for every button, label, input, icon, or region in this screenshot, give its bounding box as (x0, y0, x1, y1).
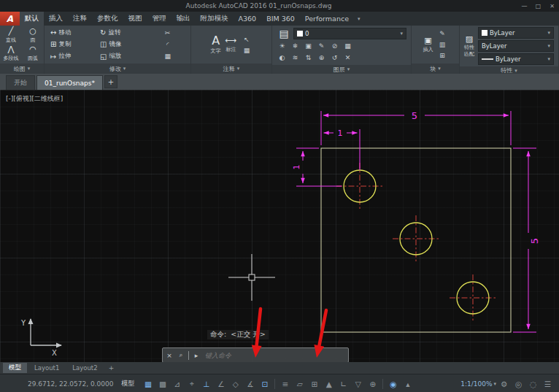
polyline-button[interactable]: ⋀ 多段线 (1, 45, 21, 62)
lineweight-dropdown[interactable]: ByLayer ▾ (478, 40, 554, 52)
3d-object-snap-toggle[interactable]: ▲ (322, 377, 336, 391)
layer-match-icon[interactable]: ▦ (342, 41, 353, 51)
layout-tab-layout1[interactable]: Layout1 (28, 363, 65, 373)
new-layout-button[interactable]: + (105, 364, 118, 372)
tab-default[interactable]: 默认 (20, 12, 44, 26)
object-color-dropdown[interactable]: ByLayer ▾ (478, 27, 554, 39)
fillet-button[interactable]: ◜ (150, 39, 185, 50)
command-input[interactable] (204, 351, 346, 360)
insert-block-button[interactable]: ▣ 插入 (423, 36, 433, 53)
layer-off-icon[interactable]: ⊘ (329, 41, 340, 51)
tab-insert[interactable]: 插入 (44, 12, 68, 26)
model-space-canvas[interactable]: [-][俯视][二维线框] (0, 90, 559, 362)
file-tab-start[interactable]: 开始 (6, 75, 35, 90)
annotation-visibility-toggle[interactable]: ◉ (386, 377, 400, 391)
tab-output[interactable]: 输出 (171, 12, 196, 26)
layer-properties-icon[interactable]: ▤ (277, 28, 291, 39)
layout-tab-layout2[interactable]: Layout2 (66, 363, 103, 373)
object-snap-tracking-toggle[interactable]: ∡ (243, 377, 257, 391)
layout-tab-model[interactable]: 模型 (3, 363, 27, 373)
layer-walk-icon[interactable]: ≋ (290, 53, 301, 63)
layer-dropdown[interactable]: 0 ▾ (293, 28, 406, 39)
layer-swap-icon[interactable]: ⇅ (303, 53, 314, 63)
tab-manage[interactable]: 管理 (147, 12, 171, 26)
table-button[interactable]: ▦ (241, 45, 252, 55)
dimension-left-offset[interactable]: 1 (292, 148, 342, 186)
dimension-top-width[interactable]: 5 (321, 110, 511, 145)
layer-edit-icon[interactable]: ✎ (316, 41, 327, 51)
trim-button[interactable]: ✂ (150, 28, 185, 38)
array-button[interactable]: ▦ (150, 51, 185, 61)
text-button[interactable]: A 文字 (211, 34, 221, 55)
customization-menu-button[interactable]: ☰ (541, 377, 555, 391)
dynamic-input-toggle[interactable]: ⌖ (185, 377, 198, 391)
tab-parametric[interactable]: 参数化 (92, 12, 123, 26)
maximize-button[interactable]: □ (531, 1, 545, 12)
panel-label-layers[interactable]: 图层 ▾ (272, 65, 411, 74)
tab-performance[interactable]: Performance (300, 12, 354, 26)
copy-button[interactable]: ⊞ 复制 (50, 40, 94, 49)
arc-button[interactable]: ◠ 圆弧 (23, 45, 43, 62)
command-close-icon[interactable]: × (165, 352, 174, 359)
panel-label-annotation[interactable]: 注释 ▾ (191, 64, 271, 74)
infer-constraints-toggle[interactable]: ⊿ (170, 377, 184, 391)
layer-isolate-icon[interactable]: ◐ (277, 53, 288, 63)
tab-bim360[interactable]: BIM 360 (261, 12, 300, 26)
command-line-bar[interactable]: × ⌕ ▸ (162, 347, 349, 362)
lineweight-toggle[interactable]: ≡ (278, 377, 292, 391)
circle-button[interactable]: ○ 圆 (23, 27, 43, 44)
ortho-toggle[interactable]: ⊥ (199, 377, 213, 391)
isolate-objects-button[interactable]: ◌ (526, 377, 540, 391)
stretch-button[interactable]: ↦ 拉伸 (50, 52, 94, 61)
annotation-scale-control[interactable]: 1:1/100% ▾ (460, 380, 496, 388)
create-block-icon[interactable]: ✎ (437, 28, 448, 39)
layer-restore-icon[interactable]: ↺ (329, 53, 340, 63)
dynamic-ucs-toggle[interactable]: ∟ (336, 377, 350, 391)
match-properties-button[interactable]: ▨ 特性 匹配 (464, 35, 474, 57)
ucs-icon[interactable]: Y X (20, 319, 61, 357)
annotation-monitor-toggle[interactable]: ◎ (512, 377, 525, 391)
dimension-right-height[interactable]: 5 (513, 148, 540, 332)
close-button[interactable]: ✕ (545, 1, 559, 12)
layer-freeze-icon[interactable]: ❄ (290, 41, 301, 51)
polar-tracking-toggle[interactable]: ∠ (214, 377, 228, 391)
transparency-toggle[interactable]: ▱ (293, 377, 307, 391)
block-attributes-icon[interactable]: ⊞ (437, 50, 448, 61)
scale-button[interactable]: ◱ 缩放 (100, 52, 144, 61)
panel-label-block[interactable]: 块 ▾ (412, 64, 459, 74)
model-space-indicator[interactable]: 模型 (121, 379, 134, 388)
ribbon-options-icon[interactable]: ▾ (354, 12, 364, 26)
layer-merge-icon[interactable]: ⊕ (316, 53, 327, 63)
tab-a360[interactable]: A360 (234, 12, 262, 26)
grid-toggle[interactable]: ▦ (141, 377, 155, 391)
snap-toggle[interactable]: ▩ (155, 377, 169, 391)
dimension-top-offset[interactable]: 1 (324, 128, 361, 170)
layer-delete-icon[interactable]: ✕ (342, 53, 353, 63)
isometric-drafting-toggle[interactable]: ◇ (228, 377, 242, 391)
edit-block-icon[interactable]: ▥ (437, 39, 448, 50)
tab-annotate[interactable]: 注释 (68, 12, 92, 26)
layer-on-icon[interactable]: ☀ (277, 41, 288, 51)
leader-button[interactable]: ↖ (241, 34, 252, 45)
object-snap-toggle[interactable]: ⊡ (258, 377, 271, 391)
annotation-autoscale-toggle[interactable]: ▴ (401, 377, 415, 391)
selection-filtering-toggle[interactable]: ▽ (351, 377, 365, 391)
panel-label-draw[interactable]: 绘图 ▾ (0, 64, 44, 74)
file-tab-drawing[interactable]: 01_runOsnaps* (36, 75, 103, 90)
line-button[interactable]: ╱ 直线 (1, 27, 21, 44)
selection-cycling-toggle[interactable]: ⊞ (307, 377, 321, 391)
rotate-button[interactable]: ↻ 旋转 (100, 28, 144, 37)
hole-circle-2[interactable] (393, 215, 439, 262)
mirror-button[interactable]: ◫ 镜像 (100, 40, 144, 49)
layer-lock-icon[interactable]: ▣ (303, 41, 314, 51)
minimize-button[interactable]: — (517, 1, 531, 12)
panel-label-modify[interactable]: 修改 ▾ (45, 64, 190, 74)
dimension-button[interactable]: ⟷ 标注 (225, 36, 237, 53)
gizmo-toggle[interactable]: ⊕ (366, 377, 379, 391)
linetype-dropdown[interactable]: ByLayer ▾ (478, 53, 554, 65)
tab-view[interactable]: 视图 (123, 12, 147, 26)
workspace-switching-button[interactable]: ⚙ (497, 377, 511, 391)
app-menu-button[interactable]: A (0, 12, 20, 26)
hole-circle-3[interactable] (450, 274, 496, 321)
coordinate-readout[interactable]: 29.6712, 22.0572, 0.0000 (28, 380, 113, 388)
